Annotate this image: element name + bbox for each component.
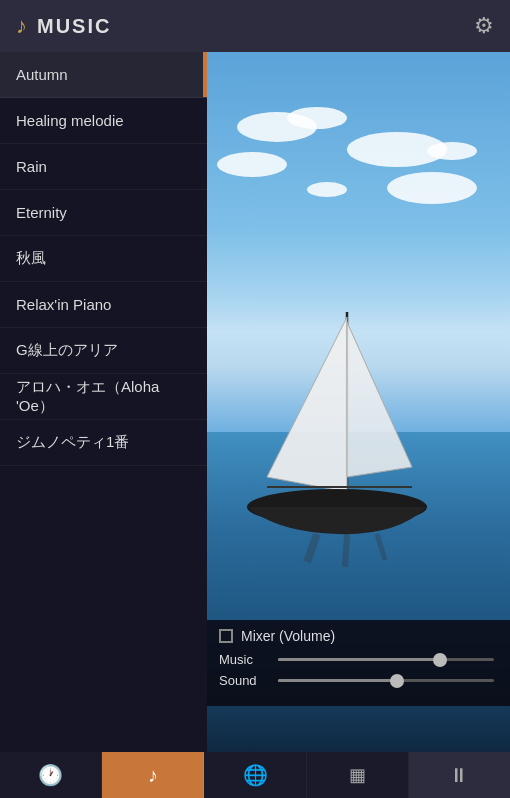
bottom-navigation: 🕐 ♪ 🌐 ▦ ⏸ bbox=[0, 752, 510, 798]
sidebar-item-label: 秋風 bbox=[16, 249, 46, 268]
sidebar-item-label: Autumn bbox=[16, 66, 68, 83]
music-volume-fill bbox=[278, 658, 440, 661]
sidebar-item-label: アロハ・オエ（Aloha 'Oe） bbox=[16, 378, 191, 416]
mixer-title: Mixer (Volume) bbox=[241, 628, 335, 644]
sidebar-item-relaxin[interactable]: Relax'in Piano bbox=[0, 282, 207, 328]
music-volume-track[interactable] bbox=[278, 658, 494, 661]
sidebar-item-eternity[interactable]: Eternity bbox=[0, 190, 207, 236]
svg-line-5 bbox=[307, 534, 317, 562]
sound-volume-row: Sound bbox=[219, 673, 498, 688]
clock-icon: 🕐 bbox=[38, 763, 63, 787]
mixer-panel: Mixer (Volume) Music Sound bbox=[207, 620, 510, 706]
pause-icon: ⏸ bbox=[449, 764, 469, 787]
music-volume-row: Music bbox=[219, 652, 498, 667]
svg-line-7 bbox=[377, 534, 385, 560]
cloud-5 bbox=[217, 152, 287, 177]
svg-marker-2 bbox=[347, 322, 412, 477]
sidebar-item-aloha[interactable]: アロハ・オエ（Aloha 'Oe） bbox=[0, 374, 207, 420]
play-pause-button[interactable]: ⏸ bbox=[409, 752, 510, 798]
sound-volume-fill bbox=[278, 679, 397, 682]
svg-marker-1 bbox=[267, 317, 347, 492]
cloud-6 bbox=[387, 172, 477, 204]
nav-music-button[interactable]: ♪ bbox=[102, 752, 204, 798]
sidebar-item-label: Rain bbox=[16, 158, 47, 175]
sailboat-image bbox=[217, 292, 477, 572]
nav-globe-button[interactable]: 🌐 bbox=[204, 752, 306, 798]
sidebar-item-label: Eternity bbox=[16, 204, 67, 221]
cloud-2 bbox=[287, 107, 347, 129]
svg-line-6 bbox=[345, 534, 347, 567]
sidebar-item-label: Healing melodie bbox=[16, 112, 124, 129]
sidebar-item-label: ジムノペティ1番 bbox=[16, 433, 129, 452]
music-note-icon: ♪ bbox=[16, 13, 27, 39]
mixer-header: Mixer (Volume) bbox=[219, 628, 498, 644]
sidebar-item-gsen[interactable]: G線上のアリア bbox=[0, 328, 207, 374]
sidebar-item-label: G線上のアリア bbox=[16, 341, 118, 360]
header-left: ♪ MUSIC bbox=[16, 13, 111, 39]
sidebar-item-label: Relax'in Piano bbox=[16, 296, 111, 313]
sidebar-item-healing[interactable]: Healing melodie bbox=[0, 98, 207, 144]
cloud-4 bbox=[427, 142, 477, 160]
app-header: ♪ MUSIC ⚙ bbox=[0, 0, 510, 52]
app-title: MUSIC bbox=[37, 15, 111, 38]
mixer-checkbox[interactable] bbox=[219, 629, 233, 643]
sidebar-item-akikaze[interactable]: 秋風 bbox=[0, 236, 207, 282]
globe-icon: 🌐 bbox=[243, 763, 268, 787]
sound-volume-label: Sound bbox=[219, 673, 274, 688]
sidebar-item-gymnopedie[interactable]: ジムノペティ1番 bbox=[0, 420, 207, 466]
bars-icon: ▦ bbox=[349, 764, 366, 786]
sidebar-item-autumn[interactable]: Autumn bbox=[0, 52, 207, 98]
main-content: Autumn Healing melodie Rain Eternity 秋風 … bbox=[0, 52, 510, 752]
sidebar-item-rain[interactable]: Rain bbox=[0, 144, 207, 190]
sound-volume-track[interactable] bbox=[278, 679, 494, 682]
sound-volume-thumb[interactable] bbox=[390, 674, 404, 688]
music-volume-label: Music bbox=[219, 652, 274, 667]
music-volume-thumb[interactable] bbox=[433, 653, 447, 667]
cloud-7 bbox=[307, 182, 347, 197]
music-nav-icon: ♪ bbox=[148, 764, 158, 787]
nav-bars-button[interactable]: ▦ bbox=[307, 752, 409, 798]
playlist-sidebar: Autumn Healing melodie Rain Eternity 秋風 … bbox=[0, 52, 207, 752]
settings-icon[interactable]: ⚙ bbox=[474, 13, 494, 39]
nav-clock-button[interactable]: 🕐 bbox=[0, 752, 102, 798]
